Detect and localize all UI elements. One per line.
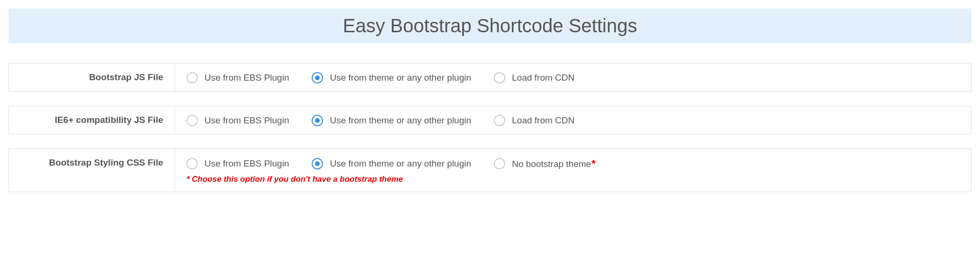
setting-label-text: Bootstrap Styling CSS File [49, 158, 163, 168]
setting-options: Use from EBS Plugin Use from theme or an… [175, 106, 971, 134]
option-label: Use from EBS Plugin [204, 73, 289, 83]
option-label: Load from CDN [512, 115, 574, 126]
radio-option-theme-plugin[interactable]: Use from theme or any other plugin [312, 72, 471, 84]
title-banner: Easy Bootstrap Shortcode Settings [9, 9, 971, 43]
setting-row-ie6-compat: IE6+ compatibility JS File Use from EBS … [9, 106, 971, 134]
radio-icon [186, 72, 198, 84]
option-label: Use from EBS Plugin [204, 158, 289, 169]
page-title: Easy Bootstrap Shortcode Settings [9, 15, 971, 37]
setting-options: Use from EBS Plugin Use from theme or an… [175, 149, 971, 192]
radio-option-theme-plugin[interactable]: Use from theme or any other plugin [312, 115, 471, 126]
radio-option-ebs-plugin[interactable]: Use from EBS Plugin [186, 158, 289, 169]
radio-icon [494, 158, 505, 169]
option-label: Use from EBS Plugin [204, 115, 289, 126]
radio-icon [494, 72, 505, 84]
radio-icon [312, 72, 323, 84]
option-label: Load from CDN [512, 73, 574, 83]
setting-label: IE6+ compatibility JS File [9, 106, 175, 134]
radio-option-ebs-plugin[interactable]: Use from EBS Plugin [186, 115, 289, 126]
option-label: No bootstrap theme* [512, 158, 595, 170]
asterisk-icon: * [592, 158, 596, 169]
options-row: Use from EBS Plugin Use from theme or an… [186, 115, 960, 126]
option-label: Use from theme or any other plugin [330, 115, 471, 126]
setting-options: Use from EBS Plugin Use from theme or an… [175, 64, 971, 91]
radio-icon [312, 158, 323, 169]
radio-icon [186, 158, 198, 169]
options-row: Use from EBS Plugin Use from theme or an… [186, 72, 960, 84]
radio-icon [312, 115, 323, 126]
radio-option-cdn[interactable]: Load from CDN [494, 72, 574, 84]
option-label: Use from theme or any other plugin [330, 158, 471, 169]
radio-icon [494, 115, 505, 126]
radio-option-ebs-plugin[interactable]: Use from EBS Plugin [186, 72, 289, 84]
radio-option-cdn[interactable]: Load from CDN [494, 115, 574, 126]
setting-label: Bootstrap JS File [9, 64, 175, 91]
setting-label-text: IE6+ compatibility JS File [55, 115, 163, 125]
radio-option-theme-plugin[interactable]: Use from theme or any other plugin [312, 158, 471, 169]
setting-row-bootstrap-js: Bootstrap JS File Use from EBS Plugin Us… [9, 63, 971, 92]
radio-icon [186, 115, 198, 126]
setting-label-text: Bootstrap JS File [89, 72, 163, 83]
setting-label: Bootstrap Styling CSS File [9, 149, 175, 192]
options-row: Use from EBS Plugin Use from theme or an… [186, 158, 960, 170]
footnote-text: * Choose this option if you don't have a… [186, 175, 960, 184]
setting-row-bootstrap-css: Bootstrap Styling CSS File Use from EBS … [9, 149, 971, 192]
radio-option-no-theme[interactable]: No bootstrap theme* [494, 158, 595, 170]
option-label: Use from theme or any other plugin [330, 73, 471, 83]
